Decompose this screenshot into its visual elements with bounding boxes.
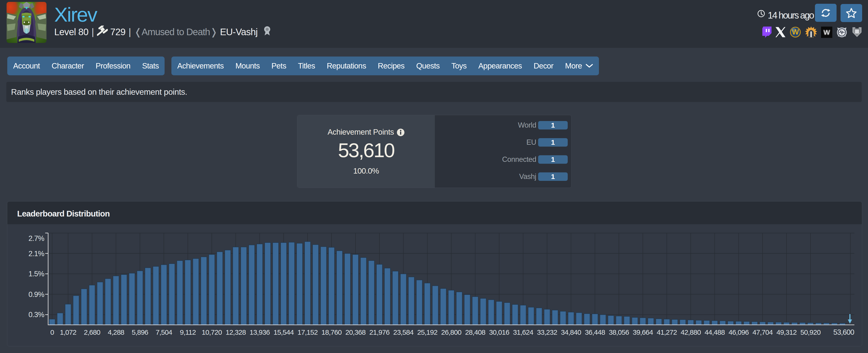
svg-text:26,800: 26,800 [441,328,461,336]
svg-text:20,368: 20,368 [345,328,366,336]
svg-text:0: 0 [50,328,54,336]
svg-text:2,680: 2,680 [84,328,100,336]
svg-text:49,312: 49,312 [776,328,797,336]
svg-text:9,112: 9,112 [180,328,196,336]
svg-text:50,920: 50,920 [800,328,820,336]
svg-text:4,288: 4,288 [108,328,124,336]
svg-text:42,880: 42,880 [681,328,701,336]
svg-text:2.1%: 2.1% [28,250,44,258]
svg-text:25,192: 25,192 [417,328,437,336]
svg-text:30,016: 30,016 [489,328,509,336]
svg-text:38,056: 38,056 [609,328,629,336]
svg-text:21,976: 21,976 [369,328,390,336]
svg-text:1.5%: 1.5% [28,270,44,278]
svg-text:2.7%: 2.7% [28,234,44,243]
svg-text:39,664: 39,664 [633,328,653,336]
svg-text:44,488: 44,488 [705,328,725,336]
svg-text:31,624: 31,624 [513,328,533,336]
svg-text:10,720: 10,720 [202,328,222,336]
svg-text:36,448: 36,448 [585,328,605,336]
svg-text:23,584: 23,584 [393,328,413,336]
svg-text:28,408: 28,408 [465,328,485,336]
svg-text:7,504: 7,504 [156,328,172,336]
svg-text:5,896: 5,896 [132,328,148,336]
svg-text:34,840: 34,840 [561,328,581,336]
svg-text:12,328: 12,328 [226,328,246,336]
svg-text:17,152: 17,152 [298,328,318,336]
svg-text:46,096: 46,096 [728,328,749,336]
svg-text:41,272: 41,272 [657,328,677,336]
svg-text:53,600: 53,600 [833,328,855,337]
svg-text:0.9%: 0.9% [28,290,44,298]
svg-text:15,544: 15,544 [274,328,294,336]
svg-text:18,760: 18,760 [321,328,342,336]
svg-text:1,072: 1,072 [60,328,76,336]
svg-text:33,232: 33,232 [537,328,557,336]
svg-text:W: W [792,28,799,36]
svg-text:47,704: 47,704 [752,328,773,336]
svg-text:W: W [824,28,830,36]
svg-text:0.3%: 0.3% [28,311,44,319]
svg-text:13,936: 13,936 [250,328,270,336]
